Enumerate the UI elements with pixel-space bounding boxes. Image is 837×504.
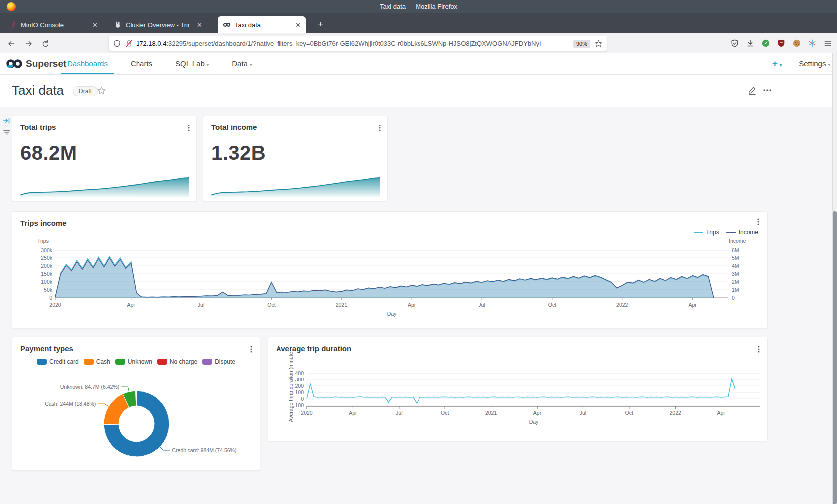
tab-label: MinIO Console (21, 21, 85, 29)
forward-button[interactable] (22, 37, 35, 50)
tab-label: Cluster Overview - Trino (126, 21, 190, 29)
card-title: Total trips (20, 123, 56, 131)
menu-hamburger-icon[interactable] (823, 39, 832, 48)
svg-text:0: 0 (301, 396, 304, 402)
svg-text:Apr: Apr (688, 302, 697, 308)
svg-text:0: 0 (49, 295, 52, 301)
tab-close-icon[interactable]: ✕ (92, 21, 98, 29)
reload-button[interactable] (39, 37, 52, 50)
settings-menu[interactable]: Settings▾ (799, 53, 830, 74)
toolbar-extensions (730, 37, 832, 50)
svg-text:Income: Income (729, 238, 746, 244)
svg-text:Jul: Jul (580, 410, 586, 416)
url-text[interactable]: 172.18.0.4:32295/superset/dashboard/1/?n… (136, 40, 569, 47)
svg-text:2021: 2021 (336, 302, 348, 308)
add-new-button[interactable]: +▾ (772, 58, 782, 69)
card-payment-types: Payment types Credit cardCashUnknownNo c… (12, 337, 260, 471)
tab-taxi-data[interactable]: Taxi data ✕ (218, 16, 306, 33)
tab-trino-cluster[interactable]: Cluster Overview - Trino ✕ (109, 16, 207, 33)
svg-text:0: 0 (732, 295, 735, 301)
tracking-shield-icon[interactable] (113, 39, 121, 48)
brand-name: Superset (26, 58, 66, 69)
svg-text:2020: 2020 (49, 302, 61, 308)
nav-charts[interactable]: Charts (131, 53, 152, 74)
svg-text:Apr: Apr (533, 410, 542, 416)
svg-text:Apr: Apr (408, 302, 416, 308)
ublock-shield-icon[interactable] (777, 39, 786, 48)
svg-text:200: 200 (295, 383, 304, 389)
superset-favicon-icon (223, 21, 231, 29)
url-path: :32295/superset/dashboard/1/?native_filt… (166, 40, 541, 47)
cookie-icon[interactable] (792, 39, 801, 48)
tab-close-icon[interactable]: ✕ (295, 21, 301, 29)
card-total-income: Total income 1.32B (203, 116, 388, 201)
extension-green-icon[interactable] (761, 39, 770, 48)
svg-text:Day: Day (529, 419, 539, 425)
nav-sql-lab[interactable]: SQL Lab▾ (175, 53, 209, 74)
bookmark-star-icon[interactable] (594, 39, 603, 48)
svg-text:2M: 2M (732, 279, 739, 285)
superset-navbar: Superset Dashboards Charts SQL Lab▾ Data… (0, 53, 837, 75)
card-title: Total income (211, 123, 257, 131)
nav-dashboards[interactable]: Dashboards (67, 53, 108, 74)
tab-close-icon[interactable]: ✕ (197, 21, 202, 29)
dashboard-title: Taxi data (12, 83, 64, 98)
insecure-lock-icon[interactable] (125, 39, 133, 48)
expand-filter-bar-icon[interactable] (3, 117, 11, 125)
svg-text:200k: 200k (41, 263, 53, 269)
svg-text:Oct: Oct (548, 302, 556, 308)
edit-dashboard-icon[interactable] (747, 85, 757, 95)
svg-text:2022: 2022 (669, 410, 681, 416)
draft-status-badge: Draft (73, 86, 98, 96)
dashboard-header: Taxi data Draft (0, 75, 837, 107)
svg-text:300: 300 (295, 377, 304, 382)
page-scrollbar-thumb[interactable] (833, 211, 837, 504)
avg-trip-duration-chart[interactable]: 4003002001000-1002020AprJulOct2021AprJul… (268, 337, 768, 442)
tab-label: Taxi data (235, 21, 288, 29)
back-button[interactable] (5, 37, 18, 50)
svg-text:Jul: Jul (198, 302, 204, 308)
url-bar[interactable]: 172.18.0.4:32295/superset/dashboard/1/?n… (109, 36, 607, 51)
svg-text:100: 100 (295, 389, 304, 395)
trips-income-chart[interactable]: 300k6M250k5M200k4M150k3M100k2M50k1M00Tri… (12, 212, 768, 329)
new-tab-button[interactable]: + (318, 19, 323, 29)
chevron-down-icon: ▾ (207, 62, 209, 67)
superset-logo[interactable]: Superset (6, 57, 66, 70)
svg-text:-100: -100 (293, 402, 304, 408)
colorful-asterisk-icon[interactable] (808, 39, 817, 48)
url-domain: 172.18.0.4 (136, 40, 166, 47)
svg-text:Apr: Apr (717, 410, 725, 416)
svg-text:Unknown: 84.7M (6.42%): Unknown: 84.7M (6.42%) (60, 384, 119, 390)
dashboard-more-menu-icon[interactable] (762, 87, 772, 94)
svg-text:3M: 3M (732, 271, 739, 277)
filter-list-icon[interactable] (3, 128, 11, 136)
svg-text:Credit card: 984M (74.56%): Credit card: 984M (74.56%) (172, 447, 236, 453)
payment-types-donut[interactable]: Unknown: 84.7M (6.42%)Cash: 244M (18.48%… (12, 337, 261, 471)
svg-text:2022: 2022 (616, 302, 628, 308)
svg-text:Oct: Oct (441, 410, 449, 416)
svg-text:Apr: Apr (349, 410, 357, 416)
svg-text:4M: 4M (732, 263, 739, 269)
total-trips-sparkline[interactable] (19, 175, 190, 198)
svg-text:250k: 250k (41, 255, 53, 261)
svg-text:Jul: Jul (396, 410, 402, 416)
minio-favicon-icon (9, 21, 17, 29)
downloads-icon[interactable] (746, 39, 755, 48)
shield-check-icon[interactable] (730, 39, 739, 48)
svg-text:300k: 300k (41, 247, 53, 253)
tab-minio-console[interactable]: MinIO Console ✕ (4, 16, 103, 33)
svg-text:Apr: Apr (127, 302, 136, 308)
nav-data[interactable]: Data▾ (232, 53, 252, 74)
total-income-sparkline[interactable] (210, 175, 381, 198)
browser-tab-bar: MinIO Console ✕ Cluster Overview - Trino… (0, 13, 837, 33)
favorite-star-icon[interactable] (97, 86, 106, 95)
card-menu-kebab-icon[interactable] (376, 124, 383, 132)
svg-text:2021: 2021 (485, 410, 497, 416)
page-zoom-badge[interactable]: 90% (573, 40, 590, 48)
svg-text:Trips: Trips (37, 238, 49, 244)
svg-text:Day: Day (387, 311, 397, 317)
card-menu-kebab-icon[interactable] (185, 124, 192, 132)
browser-toolbar: 172.18.0.4:32295/superset/dashboard/1/?n… (0, 33, 837, 53)
svg-text:5M: 5M (732, 255, 739, 261)
kpi-value: 68.2M (20, 142, 77, 164)
